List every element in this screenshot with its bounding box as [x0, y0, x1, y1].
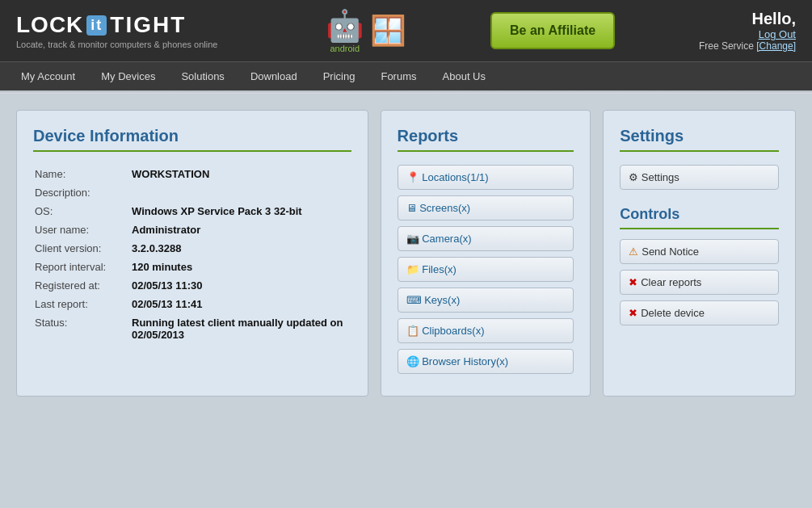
value-username: Administrator — [130, 220, 351, 239]
browser-history-btn[interactable]: 🌐 Browser History(x) — [398, 349, 574, 374]
table-row: OS: Windows XP Service Pack 3 32-bit — [33, 202, 351, 220]
label-report-interval: Report interval: — [33, 258, 130, 276]
clear-reports-label: Clear reports — [641, 276, 701, 288]
android-icon: 🤖 — [326, 8, 364, 44]
value-report-interval: 120 minutes — [130, 258, 351, 276]
x-icon-delete: ✖ — [629, 307, 637, 319]
main-content: Device Information Name: WORKSTATION Des… — [0, 94, 812, 413]
delete-device-btn[interactable]: ✖Delete device — [620, 300, 779, 325]
value-description — [130, 183, 351, 202]
table-row: Description: — [33, 183, 351, 202]
reports-panel-title: Reports — [398, 127, 574, 152]
label-os: OS: — [33, 202, 130, 220]
nav-download[interactable]: Download — [246, 67, 302, 86]
table-row: Registered at: 02/05/13 11:30 — [33, 276, 351, 295]
label-registered-at: Registered at: — [33, 276, 130, 295]
settings-btn-label: Settings — [642, 171, 679, 183]
screens-btn[interactable]: 🖥 Screens(x) — [398, 195, 574, 220]
tagline: Locate, track & monitor computers & phon… — [16, 40, 217, 49]
gear-icon: ⚙ — [629, 171, 642, 183]
clear-reports-btn[interactable]: ✖Clear reports — [620, 270, 779, 295]
change-link[interactable]: [Change] — [756, 40, 796, 52]
label-description: Description: — [33, 183, 130, 202]
locations-label: Locations(1/1) — [422, 171, 488, 183]
table-row: Last report: 02/05/13 11:41 — [33, 295, 351, 313]
device-info-table: Name: WORKSTATION Description: OS: Windo… — [33, 165, 351, 344]
clipboards-btn[interactable]: 📋 Clipboards(x) — [398, 318, 574, 343]
files-icon: 📁 — [406, 263, 423, 275]
windows-icon: 🪟 — [370, 14, 406, 48]
value-registered-at: 02/05/13 11:30 — [130, 276, 351, 295]
browser-label: Browser History(x) — [422, 355, 508, 367]
value-status: Running latest client manually updated o… — [130, 313, 351, 344]
logo-lock: LOCK — [16, 12, 83, 38]
locations-icon: 📍 — [406, 171, 423, 183]
label-last-report: Last report: — [33, 295, 130, 313]
device-panel: Device Information Name: WORKSTATION Des… — [16, 110, 368, 397]
logout-link[interactable]: Log Out — [759, 28, 796, 40]
logout-area: Log Out — [699, 28, 796, 40]
locations-btn[interactable]: 📍 Locations(1/1) — [398, 165, 574, 190]
nav-about-us[interactable]: About Us — [438, 67, 490, 86]
clipboards-label: Clipboards(x) — [422, 325, 484, 337]
keys-label: Keys(x) — [424, 294, 460, 306]
delete-device-label: Delete device — [641, 307, 705, 319]
clipboards-icon: 📋 — [406, 325, 423, 337]
nav-my-devices[interactable]: My Devices — [96, 67, 160, 86]
free-service-label: Free Service — [699, 40, 754, 52]
logo-tight: TIGHT — [110, 12, 186, 38]
value-name: WORKSTATION — [130, 165, 351, 183]
platform-icons: 🤖 android 🪟 — [326, 8, 406, 53]
logo: LOCK it TIGHT — [16, 12, 217, 38]
table-row: User name: Administrator — [33, 220, 351, 239]
device-panel-title: Device Information — [33, 127, 351, 152]
reports-panel: Reports 📍 Locations(1/1) 🖥 Screens(x) 📷 … — [381, 110, 591, 397]
table-row: Status: Running latest client manually u… — [33, 313, 351, 344]
android-platform: 🤖 android — [326, 8, 364, 53]
value-client-version: 3.2.0.3288 — [130, 239, 351, 258]
x-icon-clear: ✖ — [629, 276, 637, 288]
browser-icon: 🌐 — [406, 355, 423, 367]
label-status: Status: — [33, 313, 130, 344]
header: LOCK it TIGHT Locate, track & monitor co… — [0, 0, 812, 61]
warning-icon: ⚠ — [629, 246, 638, 258]
affiliate-button[interactable]: Be an Affiliate — [490, 12, 615, 49]
label-username: User name: — [33, 220, 130, 239]
camera-btn[interactable]: 📷 Camera(x) — [398, 226, 574, 251]
content-grid: Device Information Name: WORKSTATION Des… — [16, 110, 796, 397]
keys-icon: ⌨ — [406, 294, 425, 306]
camera-icon: 📷 — [406, 233, 423, 245]
files-btn[interactable]: 📁 Files(x) — [398, 257, 574, 282]
settings-btn-area: ⚙ Settings — [620, 165, 779, 190]
nav-pricing[interactable]: Pricing — [318, 67, 360, 86]
logo-area: LOCK it TIGHT Locate, track & monitor co… — [16, 12, 217, 49]
nav-solutions[interactable]: Solutions — [176, 67, 229, 86]
label-client-version: Client version: — [33, 239, 130, 258]
table-row: Client version: 3.2.0.3288 — [33, 239, 351, 258]
settings-panel: Settings ⚙ Settings Controls ⚠Send Notic… — [603, 110, 796, 397]
keys-btn[interactable]: ⌨ Keys(x) — [398, 288, 574, 313]
nav-forums[interactable]: Forums — [376, 67, 421, 86]
label-name: Name: — [33, 165, 130, 183]
screens-label: Screens(x) — [419, 202, 470, 214]
nav-bar: My Account My Devices Solutions Download… — [0, 61, 812, 90]
header-right: Hello, Log Out Free Service [Change] — [699, 10, 796, 52]
screens-icon: 🖥 — [406, 202, 420, 214]
value-last-report: 02/05/13 11:41 — [130, 295, 351, 313]
settings-panel-title: Settings — [620, 127, 779, 152]
settings-btn[interactable]: ⚙ Settings — [620, 165, 779, 190]
controls-title: Controls — [620, 206, 779, 229]
value-os: Windows XP Service Pack 3 32-bit — [130, 202, 351, 220]
service-text: Free Service [Change] — [699, 40, 796, 52]
files-label: Files(x) — [422, 263, 456, 275]
send-notice-btn[interactable]: ⚠Send Notice — [620, 239, 779, 264]
send-notice-label: Send Notice — [642, 246, 699, 258]
nav-my-account[interactable]: My Account — [16, 67, 80, 86]
hello-text: Hello, — [699, 10, 796, 28]
camera-label: Camera(x) — [422, 233, 471, 245]
logo-box: it — [86, 15, 107, 36]
table-row: Report interval: 120 minutes — [33, 258, 351, 276]
table-row: Name: WORKSTATION — [33, 165, 351, 183]
android-label: android — [330, 44, 360, 53]
